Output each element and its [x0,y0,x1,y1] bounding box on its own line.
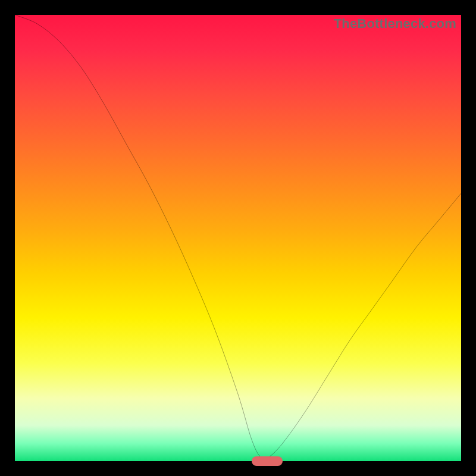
chart-frame: TheBottleneck.com [0,0,476,476]
bottleneck-curve [15,15,461,461]
optimal-range-marker [252,456,283,466]
plot-area: TheBottleneck.com [15,15,461,461]
